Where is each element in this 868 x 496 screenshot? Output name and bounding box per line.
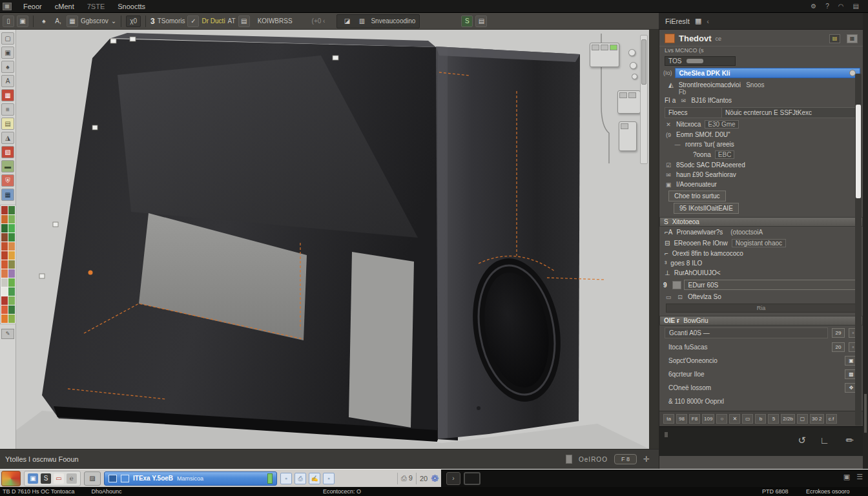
- library-icon[interactable]: ▦: [67, 16, 78, 27]
- palette-swatch-1[interactable]: [1, 206, 8, 214]
- start-button[interactable]: [1, 471, 21, 486]
- palette-edit-button[interactable]: ✎: [1, 329, 14, 339]
- selected-object-row[interactable]: (Io) CheSlea DPK Kli: [663, 68, 860, 78]
- panel-row-2[interactable]: (9Eomn SMOf. D0U": [659, 130, 863, 140]
- mini-tool-7[interactable]: ▭: [742, 414, 753, 424]
- menu-item-3[interactable]: 7STE: [81, 1, 112, 12]
- field-label[interactable]: Gcanti A0S —: [665, 327, 828, 338]
- field-row-5[interactable]: COneë lossom✥: [659, 381, 863, 395]
- dark-tray-icon-1[interactable]: ▣: [843, 473, 850, 481]
- row-value[interactable]: EBC: [715, 150, 735, 159]
- section-header-1[interactable]: S Xitotoeoa: [659, 217, 863, 227]
- app-launcher-button[interactable]: ▨: [84, 471, 101, 486]
- rail-tool-12[interactable]: ▦: [1, 189, 14, 201]
- palette-swatch-9[interactable]: [1, 242, 8, 251]
- select-tool-icon[interactable]: ♠: [38, 16, 50, 27]
- viewport-scrollbar-handle[interactable]: [641, 39, 646, 85]
- field-row-4[interactable]: 6qcrteur Iloe▩: [659, 367, 863, 381]
- palette-swatch-10[interactable]: [8, 242, 15, 251]
- palette-swatch-11[interactable]: [1, 251, 8, 260]
- prop-row-1[interactable]: ⌐APronaewlvaer?s(otooctsoiA: [659, 227, 863, 238]
- rail-tool-7[interactable]: ▤: [1, 118, 14, 130]
- quicklaunch-icon-4[interactable]: ℮: [67, 473, 77, 484]
- panel-menu-button[interactable]: ▦: [847, 34, 858, 43]
- palette-swatch-19[interactable]: [1, 287, 8, 296]
- open-document-icon[interactable]: ▣: [17, 16, 28, 27]
- mini-tool-10[interactable]: 2/2b: [781, 414, 795, 424]
- dark-tray-icon-2[interactable]: ☰: [856, 473, 863, 481]
- rail-tool-8[interactable]: ◮: [1, 132, 14, 144]
- mini-tool-9[interactable]: 5: [768, 414, 779, 424]
- palette-swatch-7[interactable]: [1, 233, 8, 242]
- rail-tool-1[interactable]: ▢: [1, 32, 14, 45]
- palette-swatch-4[interactable]: [8, 215, 15, 223]
- panel-collapse-icon[interactable]: ‹: [707, 17, 709, 25]
- palette-swatch-12[interactable]: [8, 251, 15, 260]
- panel-row-6[interactable]: ✉haun £90 Searhiorav: [659, 170, 863, 180]
- palette-swatch-14[interactable]: [8, 260, 15, 269]
- field-row-2[interactable]: Itoca fuSacas20▫: [659, 340, 863, 354]
- palette-swatch-16[interactable]: [8, 269, 15, 278]
- panel-combo[interactable]: TOS: [665, 56, 736, 66]
- panel-row-7[interactable]: ▣I/Aooenuateur: [659, 180, 863, 189]
- mode-label[interactable]: Dr Ducti: [202, 17, 225, 25]
- palette-swatch-22[interactable]: [8, 296, 15, 305]
- chevron-down-icon[interactable]: ⌄: [111, 17, 116, 25]
- panel-row-5[interactable]: ☑8Sodc SAC DRAoeered: [659, 160, 863, 170]
- name-input[interactable]: EDurr 60S: [684, 280, 859, 290]
- grid-toggle-icon[interactable]: ▤: [475, 16, 487, 27]
- new-document-icon[interactable]: ▯: [3, 16, 14, 27]
- mini-tool-5[interactable]: ○: [716, 414, 727, 424]
- rail-tool-2[interactable]: ▣: [1, 46, 14, 59]
- axis-icon[interactable]: ∟: [820, 435, 829, 446]
- palette-swatch-25[interactable]: [1, 315, 8, 323]
- prop-row-4[interactable]: ³goes 8 ILO: [659, 258, 863, 268]
- viewport-3d[interactable]: [16, 30, 649, 449]
- panel-row-4[interactable]: ?oonaEBC: [659, 149, 863, 160]
- inset-bar[interactable]: Ria: [666, 304, 856, 313]
- toggle-button-1[interactable]: ▫: [280, 473, 292, 484]
- prop-row-2[interactable]: ⊟EReooen Re IOnwNogistant ohaoc: [659, 238, 863, 249]
- checkbox-icon-2[interactable]: ⊡: [676, 294, 684, 300]
- viewport-mini-panel-mid[interactable]: [617, 90, 641, 114]
- palette-swatch-5[interactable]: [1, 224, 8, 232]
- palette-swatch-6[interactable]: [8, 224, 15, 232]
- active-task-button[interactable]: ITExa Y.5oeB Mamsicoa: [104, 471, 277, 486]
- mini-tool-12[interactable]: 30 2: [810, 414, 824, 424]
- pen-icon[interactable]: ✏: [845, 435, 854, 446]
- menubar-icon-3[interactable]: ◠: [838, 3, 844, 10]
- mini-tool-3[interactable]: F8: [689, 414, 700, 424]
- printer-tray-icon[interactable]: ⎙ 9: [401, 474, 413, 482]
- quicklaunch-icon-1[interactable]: ▣: [28, 473, 38, 484]
- palette-swatch-2[interactable]: [8, 206, 15, 214]
- panel-row-3[interactable]: —ronrrs 'tur( areeis: [659, 140, 863, 149]
- rail-tool-5[interactable]: ▦: [1, 89, 14, 101]
- rail-tool-3[interactable]: ♠: [1, 61, 14, 73]
- menubar-icon-2[interactable]: ?: [825, 3, 829, 10]
- field-button[interactable]: 20: [832, 342, 845, 352]
- panel-top-icon[interactable]: ▦: [695, 17, 701, 25]
- rail-tool-10[interactable]: ▬: [1, 160, 14, 172]
- menubar-icon-1[interactable]: ⚙: [811, 3, 816, 10]
- viewport-mini-panel-top[interactable]: [590, 43, 619, 67]
- field-row-1[interactable]: Gcanti A0S —29▫: [659, 326, 863, 340]
- field-row-3[interactable]: Sopct'Ooneoncio▣: [659, 354, 863, 367]
- xo-toggle-button[interactable]: χ0: [126, 16, 141, 27]
- table-value[interactable]: Nöuic ecntercun E SSFJtKexc: [721, 107, 858, 118]
- viewport-mini-panel-bottom[interactable]: [619, 121, 637, 151]
- toggle-button-4[interactable]: ▫: [323, 473, 335, 484]
- combo-slider[interactable]: [687, 59, 703, 63]
- mini-tool-1[interactable]: ta: [663, 414, 674, 424]
- section-header-2[interactable]: OIE ғ BowGriu: [659, 316, 863, 326]
- grid-snap-button[interactable]: F 8: [614, 454, 637, 464]
- mini-tool-13[interactable]: c.f: [826, 414, 837, 424]
- row-value[interactable]: E30 Gme: [705, 120, 738, 129]
- prop-value[interactable]: Nogistant ohaoc: [732, 239, 786, 247]
- mini-tool-4[interactable]: 109: [702, 414, 714, 424]
- palette-swatch-15[interactable]: [1, 269, 8, 278]
- rail-tool-9[interactable]: ▧: [1, 146, 14, 158]
- selected-row-bar[interactable]: CheSlea DPK Kli: [675, 68, 861, 78]
- quicklaunch-icon-2[interactable]: S: [41, 473, 51, 484]
- settings-green-icon[interactable]: S: [461, 16, 473, 27]
- panel-pin-button[interactable]: ▤: [829, 34, 840, 43]
